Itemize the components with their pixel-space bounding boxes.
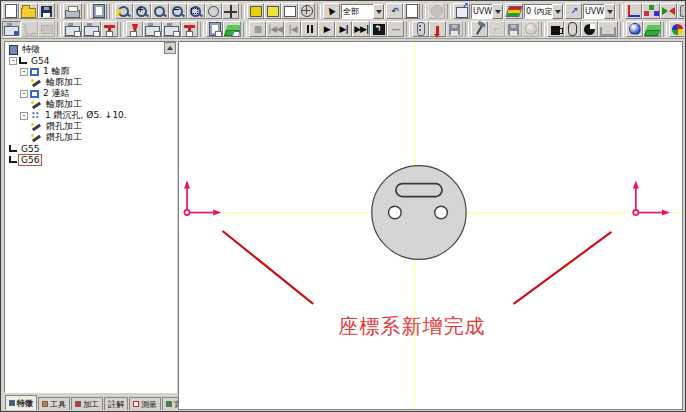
- tree-item-[interactable]: 輪廓加工: [7, 77, 175, 88]
- tree-item-[interactable]: 鑽孔加工: [7, 121, 175, 132]
- sim-loop-button[interactable]: [370, 21, 387, 37]
- panel-tab-1[interactable]: 工具: [38, 397, 70, 410]
- select-cursor-button[interactable]: [323, 3, 340, 19]
- holder-cup-button[interactable]: [547, 21, 564, 37]
- csys-marker-left[interactable]: [184, 181, 221, 216]
- zoom-out-button[interactable]: −: [169, 3, 187, 19]
- tool-t-button[interactable]: [101, 21, 118, 37]
- tool-axis-button[interactable]: ↗: [565, 3, 582, 19]
- paste-button[interactable]: [90, 3, 107, 19]
- tree-item-1[interactable]: -1 輪廓: [7, 66, 175, 77]
- tree-item-g54[interactable]: -G54: [7, 55, 175, 66]
- sim-step-back-button[interactable]: |◀: [284, 21, 301, 37]
- sim-speed-button[interactable]: —: [387, 21, 404, 37]
- shaded-edges-view-button[interactable]: [264, 3, 281, 19]
- tree-expander[interactable]: -: [9, 57, 17, 65]
- edit-operation-button[interactable]: [82, 21, 101, 37]
- dropdown-arrow-icon[interactable]: [492, 4, 503, 19]
- tree-expander[interactable]: -: [20, 112, 28, 120]
- tool-axis-combo[interactable]: UVW: [583, 4, 616, 19]
- zoom-window-button[interactable]: [187, 3, 205, 19]
- ops-clipboard-button[interactable]: [206, 21, 223, 37]
- post-process-button[interactable]: [223, 21, 241, 37]
- panel-scroll-up-button[interactable]: [164, 42, 176, 54]
- tree-item-g56[interactable]: G56: [7, 154, 175, 165]
- new-operation-button[interactable]: [63, 21, 82, 37]
- compare-sphere-button[interactable]: [669, 21, 684, 37]
- layer-combo[interactable]: 0 (內定): [524, 4, 564, 19]
- tool-list-button[interactable]: [412, 21, 429, 37]
- paste-icon: [93, 4, 105, 18]
- render-sphere-icon: [629, 23, 641, 35]
- tree-item-1510[interactable]: -∷1 鑽沉孔, Ø5. ↓10.: [7, 110, 175, 121]
- tree-root-item[interactable]: 特徵: [7, 44, 175, 55]
- shaded-view-button[interactable]: [247, 3, 264, 19]
- redo-button[interactable]: [403, 3, 420, 19]
- work-plane-button[interactable]: [453, 3, 470, 19]
- wireframe-view-button[interactable]: [281, 3, 298, 19]
- part-hole-right[interactable]: [435, 206, 448, 219]
- feature-tree[interactable]: 特徵-G54-1 輪廓輪廓加工-2 連結輪廓加工-∷1 鑽沉孔, Ø5. ↓10…: [4, 41, 177, 393]
- pick-tool-button[interactable]: [471, 21, 488, 37]
- dropdown-arrow-icon[interactable]: [604, 4, 615, 19]
- zoom-extents-button[interactable]: [205, 3, 222, 19]
- hold-point-icon: [436, 26, 439, 34]
- sim-to-start-button[interactable]: |◀◀: [266, 21, 284, 37]
- part-slot[interactable]: [396, 184, 442, 197]
- face-cycle-button[interactable]: [143, 21, 162, 37]
- sim-play-icon: ▶: [321, 23, 333, 36]
- render-sphere-button[interactable]: [626, 21, 643, 37]
- zoom-dynamic-icon: [117, 5, 131, 18]
- dropdown-arrow-icon[interactable]: [373, 4, 384, 19]
- fixture-vise-button[interactable]: [598, 21, 618, 37]
- zoom-in-button[interactable]: +: [133, 3, 151, 19]
- panel-tab-0[interactable]: 特徵: [5, 395, 37, 410]
- translucent-view-button[interactable]: [298, 3, 315, 19]
- layers-button[interactable]: [505, 3, 523, 19]
- dropdown-arrow-icon[interactable]: [552, 4, 563, 19]
- panel-tab-2[interactable]: 加工: [71, 397, 103, 410]
- undo-button[interactable]: ↶: [386, 3, 403, 19]
- sim-step-forward-button[interactable]: ▶|: [335, 21, 352, 37]
- mill-cycle-button[interactable]: [181, 21, 198, 37]
- pan-button[interactable]: [222, 3, 239, 19]
- work-plane-combo[interactable]: UVW: [471, 4, 504, 19]
- view-axes-button[interactable]: [625, 3, 642, 19]
- sim-compare-button[interactable]: [660, 3, 677, 19]
- drill-cycle-button[interactable]: [126, 21, 143, 37]
- selection-filter-combo[interactable]: 全部: [341, 4, 385, 19]
- toolbar-separator: [57, 22, 61, 37]
- part-hole-left[interactable]: [389, 206, 402, 219]
- print-button[interactable]: [63, 3, 82, 19]
- stock-capsule-button[interactable]: [564, 21, 581, 37]
- tree-item-g55[interactable]: G55: [7, 143, 175, 154]
- panel-tab-3[interactable]: 註解: [104, 397, 128, 410]
- new-file-button[interactable]: [2, 3, 19, 19]
- tree-expander[interactable]: -: [20, 68, 28, 76]
- csys-marker-right[interactable]: [633, 181, 670, 216]
- machine-setup-button[interactable]: [2, 21, 21, 37]
- save-button[interactable]: [38, 3, 55, 19]
- panel-tab-4[interactable]: 測量: [129, 397, 161, 410]
- zoom-dynamic-button[interactable]: [115, 3, 133, 19]
- part-outer-circle[interactable]: [372, 166, 466, 260]
- tree-item-[interactable]: 鑽孔加工: [7, 132, 175, 143]
- tree-expander[interactable]: -: [20, 90, 28, 98]
- part-geometry[interactable]: [372, 166, 466, 260]
- stock-cylinder-button[interactable]: [677, 3, 684, 19]
- sim-play-button[interactable]: ▶: [318, 21, 335, 37]
- hold-point-button[interactable]: [429, 21, 446, 37]
- graphics-viewport[interactable]: 座標系新增完成: [178, 41, 683, 410]
- stock-stack-button[interactable]: [643, 21, 661, 37]
- toolbar-separator: [447, 4, 451, 19]
- tree-item-2[interactable]: -2 連結: [7, 88, 175, 99]
- zoom-select-button[interactable]: [151, 3, 169, 19]
- stock-bowl-button[interactable]: [581, 21, 598, 37]
- contour-cycle-button[interactable]: [162, 21, 181, 37]
- csys-icon: [19, 57, 27, 64]
- open-file-button[interactable]: [19, 3, 38, 19]
- multi-view-cubes-button[interactable]: [642, 3, 660, 19]
- sim-pause-button[interactable]: [301, 21, 318, 37]
- sim-to-end-button[interactable]: ▶▶|: [352, 21, 370, 37]
- sim-stop-button[interactable]: ■: [249, 21, 266, 37]
